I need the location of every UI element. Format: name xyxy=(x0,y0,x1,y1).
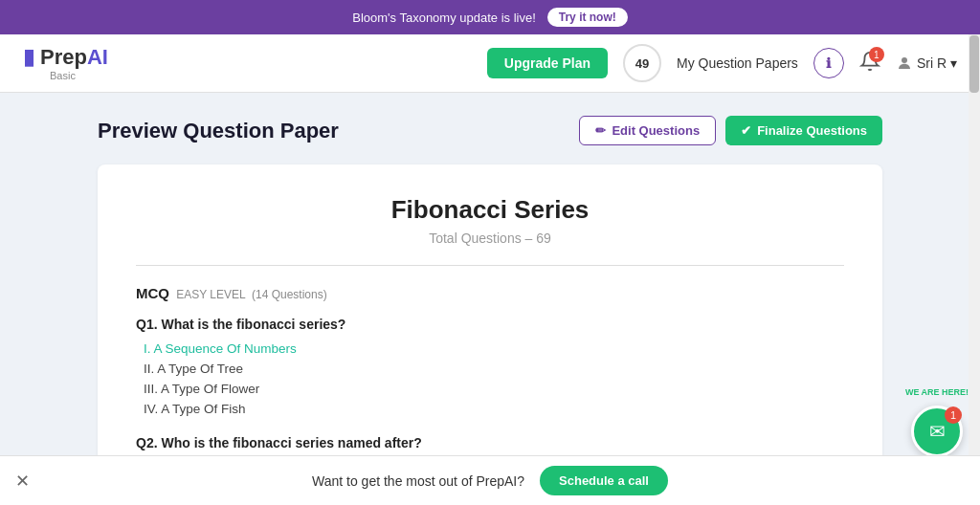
tier-label: Basic xyxy=(50,70,76,81)
try-now-button[interactable]: Try it now! xyxy=(547,8,628,27)
user-icon xyxy=(896,55,913,72)
edit-questions-button[interactable]: ✏ Edit Questions xyxy=(579,116,716,145)
question-block: Q1. What is the fibonacci series? I. A S… xyxy=(136,317,844,416)
total-questions: Total Questions – 69 xyxy=(136,231,844,246)
option-1-2: II. A Type Of Tree xyxy=(136,362,844,376)
close-bottom-bar-button[interactable]: ✕ xyxy=(15,471,30,492)
scrollbar-track[interactable] xyxy=(969,34,980,505)
question-text-1: Q1. What is the fibonacci series? xyxy=(136,317,844,332)
logo-area: ▮ PrepAI Basic xyxy=(23,45,108,81)
option-1-1: I. A Sequence Of Numbers xyxy=(136,341,844,356)
finalize-questions-button[interactable]: ✔ Finalize Questions xyxy=(725,116,882,145)
announcement-text: Bloom's Taxonomy update is live! xyxy=(352,11,536,25)
question-number-1: Q1. xyxy=(136,317,158,332)
main-content: Preview Question Paper ✏ Edit Questions … xyxy=(59,93,921,505)
section-level: EASY LEVEL (14 Questions) xyxy=(173,288,327,301)
paper-title: Fibonacci Series xyxy=(136,195,844,225)
my-papers-link[interactable]: My Question Papers xyxy=(677,55,798,71)
divider xyxy=(136,265,844,266)
check-icon: ✔ xyxy=(741,123,751,138)
logo-text: PrepAI xyxy=(40,45,108,70)
bell-badge: 1 xyxy=(869,47,884,62)
pencil-icon: ✏ xyxy=(595,123,606,138)
schedule-call-button[interactable]: Schedule a call xyxy=(540,466,668,495)
page-header: Preview Question Paper ✏ Edit Questions … xyxy=(98,116,882,145)
paper-card: Fibonacci Series Total Questions – 69 MC… xyxy=(98,165,882,505)
scrollbar-thumb[interactable] xyxy=(969,35,979,93)
logo: ▮ PrepAI xyxy=(23,45,108,70)
user-menu[interactable]: Sri R ▾ xyxy=(896,55,957,72)
notification-bell[interactable]: 1 xyxy=(859,51,880,76)
question-text-2: Q2. Who is the fibonacci series named af… xyxy=(136,435,844,450)
section-header: MCQ EASY LEVEL (14 Questions) xyxy=(136,285,844,301)
svg-point-0 xyxy=(902,57,907,63)
page-title: Preview Question Paper xyxy=(98,119,339,143)
timer-circle: 49 xyxy=(623,44,661,82)
bottom-bar: ✕ Want to get the most out of PrepAI? Sc… xyxy=(0,455,980,505)
header: ▮ PrepAI Basic Upgrade Plan 49 My Questi… xyxy=(0,34,980,93)
info-icon[interactable]: ℹ xyxy=(813,48,844,78)
user-name: Sri R xyxy=(917,55,947,71)
section-type: MCQ xyxy=(136,285,169,301)
chat-badge: 1 xyxy=(945,406,962,424)
chat-label: WE ARE HERE! xyxy=(905,387,969,397)
upgrade-button[interactable]: Upgrade Plan xyxy=(487,48,608,78)
option-1-3: III. A Type Of Flower xyxy=(136,382,844,396)
chevron-down-icon: ▾ xyxy=(950,55,957,71)
chat-bubble[interactable]: WE ARE HERE! ✉ 1 xyxy=(911,406,963,457)
announcement-bar: Bloom's Taxonomy update is live! Try it … xyxy=(0,0,980,34)
bottom-bar-text: Want to get the most out of PrepAI? xyxy=(312,473,524,489)
question-number-2: Q2. xyxy=(136,435,158,450)
logo-icon: ▮ xyxy=(23,45,34,70)
option-1-4: IV. A Type Of Fish xyxy=(136,402,844,416)
header-actions: ✏ Edit Questions ✔ Finalize Questions xyxy=(579,116,882,145)
